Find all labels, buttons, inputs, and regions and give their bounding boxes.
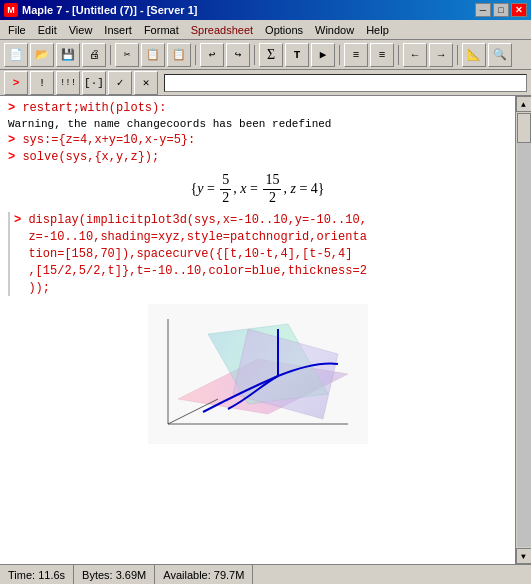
cmd-4b: z=-10..10,shading=xyz,style=patchnogrid,… [14, 230, 367, 244]
menu-bar: File Edit View Insert Format Spreadsheet… [0, 20, 531, 40]
print-button[interactable]: 🖨 [82, 43, 106, 67]
input-line-1: > restart;with(plots): [8, 100, 507, 117]
sep3 [254, 45, 255, 65]
back-button[interactable]: ← [403, 43, 427, 67]
main-area: > restart;with(plots): Warning, the name… [0, 96, 531, 564]
frac-y: 5 2 [220, 172, 231, 207]
align2-button[interactable]: ≡ [370, 43, 394, 67]
cut-button[interactable]: ✂ [115, 43, 139, 67]
cmd-2: sys:={z=4,x+y=10,x-y=5}: [22, 133, 195, 147]
minimize-button[interactable]: ─ [475, 3, 491, 17]
scroll-track[interactable] [517, 113, 531, 547]
prompt-2: > [8, 133, 22, 147]
cmd-4c: tion=[158,70]),spacecurve({[t,10-t,4],[t… [14, 247, 352, 261]
3d-plot-canvas[interactable] [148, 304, 368, 444]
sep2 [195, 45, 196, 65]
close-button[interactable]: ✕ [511, 3, 527, 17]
bracket-btn[interactable]: [·] [82, 71, 106, 95]
cmd-4a: display(implicitplot3d(sys,x=-10..10,y=-… [28, 213, 366, 227]
title-bar: M Maple 7 - [Untitled (7)] - [Server 1] … [0, 0, 531, 20]
warning-line: Warning, the name changecoords has been … [8, 117, 507, 132]
sep5 [398, 45, 399, 65]
sep1 [110, 45, 111, 65]
title-controls[interactable]: ─ □ ✕ [475, 3, 527, 17]
content-area: > restart;with(plots): Warning, the name… [0, 96, 515, 564]
input-line-3: > solve(sys,{x,y,z}); [8, 149, 507, 166]
paste-button[interactable]: 📋 [167, 43, 191, 67]
frac-x: 15 2 [263, 172, 281, 207]
open-button[interactable]: 📂 [30, 43, 54, 67]
text-button[interactable]: T [285, 43, 309, 67]
app-icon: M [4, 3, 18, 17]
menu-spreadsheet[interactable]: Spreadsheet [185, 20, 259, 39]
window-title: Maple 7 - [Untitled (7)] - [Server 1] [22, 4, 197, 16]
fwd-button[interactable]: → [429, 43, 453, 67]
menu-file[interactable]: File [2, 20, 32, 39]
insert-button[interactable]: 📐 [462, 43, 486, 67]
copy-button[interactable]: 📋 [141, 43, 165, 67]
status-bar: Time: 11.6s Bytes: 3.69M Available: 79.7… [0, 564, 531, 584]
cross-btn[interactable]: ✕ [134, 71, 158, 95]
menu-format[interactable]: Format [138, 20, 185, 39]
cmd-1: restart;with(plots): [22, 101, 166, 115]
triple-excl-btn[interactable]: !!! [56, 71, 80, 95]
prompt-3: > [8, 150, 22, 164]
sep4 [339, 45, 340, 65]
menu-edit[interactable]: Edit [32, 20, 63, 39]
new-button[interactable]: 📄 [4, 43, 28, 67]
secondary-toolbar: > ! !!! [·] ✓ ✕ [0, 70, 531, 96]
exec-button[interactable]: ▶ [311, 43, 335, 67]
scroll-thumb[interactable] [517, 113, 531, 143]
prompt-1: > [8, 101, 22, 115]
input-line-2: > sys:={z=4,x+y=10,x-y=5}: [8, 132, 507, 149]
vertical-scrollbar[interactable]: ▲ ▼ [515, 96, 531, 564]
menu-view[interactable]: View [63, 20, 99, 39]
input-field[interactable] [164, 74, 527, 92]
maximize-button[interactable]: □ [493, 3, 509, 17]
prompt-4: > [14, 213, 28, 227]
menu-window[interactable]: Window [309, 20, 360, 39]
zoom-button[interactable]: 🔍 [488, 43, 512, 67]
cmd-3: solve(sys,{x,y,z}); [22, 150, 159, 164]
status-available: Available: 79.7M [155, 565, 253, 584]
title-bar-left: M Maple 7 - [Untitled (7)] - [Server 1] [4, 3, 197, 17]
sep6 [457, 45, 458, 65]
scroll-down-button[interactable]: ▼ [516, 548, 532, 564]
cmd-4d: ,[15/2,5/2,t]},t=-10..10,color=blue,thic… [14, 264, 367, 278]
plot-area [8, 304, 507, 444]
menu-options[interactable]: Options [259, 20, 309, 39]
status-time: Time: 11.6s [0, 565, 74, 584]
cmd-4e: )); [14, 281, 50, 295]
prompt-btn[interactable]: > [4, 71, 28, 95]
scroll-up-button[interactable]: ▲ [516, 96, 532, 112]
sum-button[interactable]: Σ [259, 43, 283, 67]
undo-button[interactable]: ↩ [200, 43, 224, 67]
input-line-4: > display(implicitplot3d(sys,x=-10..10,y… [8, 212, 507, 296]
menu-insert[interactable]: Insert [98, 20, 138, 39]
redo-button[interactable]: ↪ [226, 43, 250, 67]
check-btn[interactable]: ✓ [108, 71, 132, 95]
align1-button[interactable]: ≡ [344, 43, 368, 67]
menu-help[interactable]: Help [360, 20, 395, 39]
save-button[interactable]: 💾 [56, 43, 80, 67]
math-output: {y = 5 2 , x = 15 2 , z = 4} [8, 172, 507, 207]
excl-btn[interactable]: ! [30, 71, 54, 95]
status-bytes: Bytes: 3.69M [74, 565, 155, 584]
main-toolbar: 📄 📂 💾 🖨 ✂ 📋 📋 ↩ ↪ Σ T ▶ ≡ ≡ ← → 📐 🔍 [0, 40, 531, 70]
